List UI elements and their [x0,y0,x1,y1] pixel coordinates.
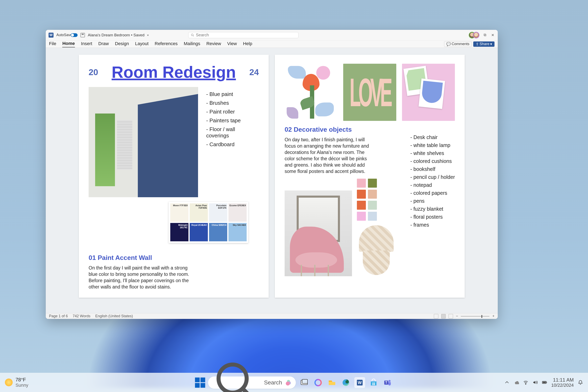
paint-swatch: Royal 2C4EAC [190,223,208,241]
svg-point-16 [388,380,390,382]
list-item: bookshelf [410,165,455,173]
list-item: Painters tape [206,116,259,125]
document-title[interactable]: Alana's Dream Bedroom • Saved [88,33,144,37]
weather-temp: 78°F [16,377,28,382]
list-item: Cardboard [206,140,259,149]
palette-swatch [368,190,377,199]
room-photo [88,87,198,197]
battery-icon[interactable] [542,380,547,385]
list-item: pencil cup / holder [410,173,455,181]
page-title: Room Redesign [112,64,236,81]
section-heading: 02 Decorative objects [284,126,455,133]
comments-button[interactable]: 💬 Comments [444,41,472,47]
paint-swatch: China 5082C4 [209,223,227,241]
artwork-polaroids [402,64,455,121]
taskbar-search-placeholder: Search [264,379,282,386]
close-window-button[interactable]: ✕ [490,33,495,37]
language-indicator[interactable]: English (United States) [95,314,133,318]
tab-file[interactable]: File [49,41,56,47]
titlebar-search[interactable]: Search [188,32,298,38]
document-page-1[interactable]: 20 Room Redesign 24 Blue paint Brushes P… [79,55,269,298]
list-item: fuzzy blanket [410,205,455,213]
svg-point-0 [191,34,193,36]
task-view-icon[interactable] [299,377,310,388]
tab-references[interactable]: References [155,41,178,47]
svg-text:T: T [385,381,387,384]
edge-icon[interactable] [340,377,351,388]
tab-home[interactable]: Home [62,41,75,47]
save-icon[interactable] [80,33,85,37]
lamp-illustration [357,225,396,276]
wifi-icon[interactable] [523,380,528,385]
palette-swatch [357,190,366,199]
file-explorer-icon[interactable] [326,377,338,388]
restore-window-button[interactable]: ⧉ [483,33,487,37]
zoom-in-button[interactable]: + [492,314,494,318]
svg-rect-5 [302,379,308,384]
store-icon[interactable] [368,377,379,388]
document-canvas[interactable]: 20 Room Redesign 24 Blue paint Brushes P… [46,48,498,313]
tab-draw[interactable]: Draw [98,41,109,47]
page-indicator[interactable]: Page 1 of 6 [49,314,68,318]
weather-condition: Sunny [16,382,28,388]
svg-point-6 [315,380,321,386]
section-heading: 01 Paint Accent Wall [88,254,191,262]
section-paragraph: On day two, after I finish painting, I w… [284,136,374,174]
document-page-2[interactable]: LOVE 02 Decorative objects On day two, a… [275,55,465,298]
tab-help[interactable]: Help [243,41,252,47]
title-dropdown-icon[interactable]: ▾ [147,34,149,37]
chevron-up-icon[interactable] [504,380,510,385]
share-label: Share [480,42,490,46]
notifications-icon[interactable] [578,380,583,385]
artwork-flower [284,64,338,121]
paint-swatch: Moon F7F3E8 [170,203,188,222]
objects-list: Desk chair white table lamp white shelve… [410,133,455,276]
list-item: Brushes [206,98,259,108]
svg-line-3 [242,388,254,392]
list-item: white table lamp [410,141,455,149]
onedrive-icon[interactable] [514,380,519,385]
windows-taskbar: 78°F Sunny Search W T 11:11 AM 10/22/202… [0,373,588,392]
teams-icon[interactable]: T [382,377,393,388]
tab-design[interactable]: Design [115,41,129,47]
weather-widget[interactable]: 78°F Sunny [5,377,28,388]
autosave-toggle[interactable] [71,33,78,37]
paint-swatch: Sky 9AC4E8 [228,223,247,241]
tab-review[interactable]: Review [206,41,221,47]
clock[interactable]: 11:11 AM 10/22/2024 [551,377,574,388]
tab-view[interactable]: View [227,41,237,47]
status-bar: Page 1 of 6 742 Words English (United St… [46,313,498,319]
palette-swatch [357,179,366,188]
comments-label: Comments [452,42,470,46]
paint-swatch: Ecume EFE9E9 [228,203,247,222]
title-year-right: 24 [249,68,259,77]
view-focus-button[interactable] [434,314,438,318]
taskbar-search[interactable]: Search [208,376,296,389]
tab-insert[interactable]: Insert [81,41,92,47]
svg-rect-11 [374,382,375,384]
copilot-icon[interactable] [312,377,324,388]
search-icon [212,358,261,392]
view-print-button[interactable] [441,314,446,318]
zoom-slider[interactable] [461,316,490,316]
tab-mailings[interactable]: Mailings [184,41,200,47]
svg-rect-13 [374,384,375,385]
share-button[interactable]: ⇪ Share ▾ [473,42,494,47]
list-item: notepad [410,181,455,189]
list-item: colored cushions [410,157,455,165]
volume-icon[interactable] [532,380,538,385]
tab-layout[interactable]: Layout [135,41,148,47]
start-button[interactable] [195,378,205,388]
paint-swatch: Asian Pear F2F0DE [190,203,208,222]
word-app-icon: W [48,33,54,38]
svg-rect-10 [372,382,374,384]
view-web-button[interactable] [448,314,453,318]
word-taskbar-icon[interactable]: W [354,377,365,388]
word-count[interactable]: 742 Words [73,314,90,318]
zoom-out-button[interactable]: − [456,314,458,318]
system-tray: 11:11 AM 10/22/2024 [504,377,583,388]
ribbon-tabs: File Home Insert Draw Design Layout Refe… [46,40,498,48]
user-avatar-2[interactable] [473,32,480,38]
svg-rect-20 [543,382,546,383]
list-item: Paint roller [206,108,259,116]
